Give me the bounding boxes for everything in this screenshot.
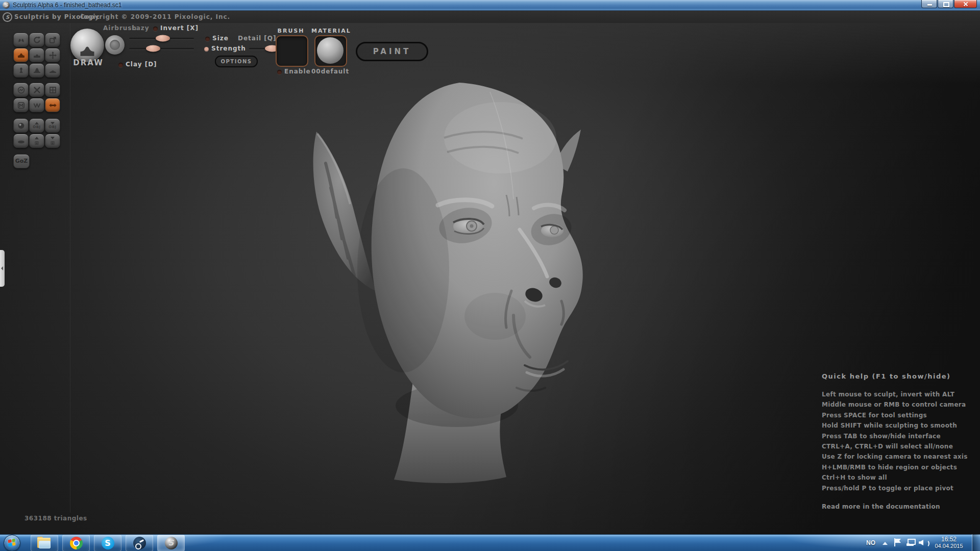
size-radio[interactable]	[205, 37, 210, 41]
tray-show-hidden-icons-arrow[interactable]	[883, 542, 888, 545]
network-icon[interactable]	[906, 539, 915, 546]
obj-label: OBJ	[48, 125, 56, 129]
tool-reduce-brush-button[interactable]	[13, 83, 29, 97]
toolbar-divider	[70, 23, 70, 513]
save-file-button[interactable]	[45, 134, 60, 148]
clay-radio[interactable]	[118, 63, 123, 67]
tool-scale-button[interactable]	[45, 33, 60, 47]
tool-reduce-selected-button[interactable]	[29, 83, 44, 97]
clay-toggle[interactable]: Clay [D]	[126, 61, 157, 68]
detail-label[interactable]: Detail [Q]	[238, 35, 277, 42]
tool-crease-button[interactable]	[13, 33, 29, 47]
strength-label[interactable]: Strength	[211, 45, 246, 52]
show-desktop-button[interactable]	[972, 534, 980, 551]
steam-icon	[133, 537, 146, 549]
app-header: S Sculptris by Pixologic Copyright © 200…	[0, 11, 980, 23]
volume-icon[interactable]	[919, 539, 927, 546]
active-tool-preview-button[interactable]	[70, 29, 104, 62]
invert-toggle[interactable]: Invert [X]	[160, 24, 199, 32]
material-name[interactable]: 00default	[311, 68, 349, 75]
taskbar-skype-button[interactable]: S	[94, 535, 121, 551]
quick-help-line: CTRL+A, CTRL+D will select all/none	[822, 443, 965, 453]
maximize-icon	[943, 2, 949, 7]
brush-enable-radio[interactable]	[277, 70, 282, 74]
strength-slider[interactable]	[129, 48, 194, 49]
size-label[interactable]: Size	[212, 35, 229, 42]
quick-help-line: Middle mouse or RMB to control camera	[822, 401, 965, 411]
floppy-disk-icon	[49, 140, 56, 145]
quick-help-title: Quick help (F1 to show/hide)	[822, 372, 951, 380]
brush-enable-label[interactable]: Enable	[284, 68, 311, 75]
arrow-down-icon	[51, 137, 55, 139]
new-sphere-button[interactable]	[13, 118, 29, 133]
paint-mode-button[interactable]: PAINT	[356, 42, 428, 61]
close-icon	[963, 2, 968, 7]
airbrush-pressure-ball[interactable]	[105, 35, 125, 55]
strength-slider-knob[interactable]	[146, 45, 160, 52]
brush-panel-title: BRUSH	[275, 28, 307, 34]
quick-help-line: Use Z for locking camera to nearest axis	[822, 453, 965, 463]
tool-symmetry-button[interactable]	[45, 98, 60, 112]
tray-language-indicator[interactable]: NO	[866, 539, 875, 546]
tool-flatten-button[interactable]	[29, 48, 44, 62]
material-sphere-icon	[317, 37, 344, 64]
lazy-toggle[interactable]: Lazy	[132, 24, 150, 32]
tray-date: 04.04.2015	[933, 543, 965, 549]
tool-subdivide-all-button[interactable]	[45, 83, 60, 97]
tray-time: 16:52	[933, 536, 965, 543]
skype-icon: S	[102, 537, 114, 549]
import-obj-button[interactable]: OBJ	[29, 118, 44, 133]
quick-help-line: Left mouse to sculpt, invert with ALT	[822, 391, 965, 401]
tool-inflate-button[interactable]	[29, 63, 44, 78]
arrow-up-icon	[35, 122, 39, 124]
taskbar-steam-button[interactable]	[126, 535, 153, 551]
options-button[interactable]: OPTIONS	[215, 56, 258, 67]
minimize-button[interactable]	[921, 0, 937, 8]
triangle-count: 363188 triangles	[24, 515, 87, 522]
tool-wireframe-button[interactable]	[29, 98, 44, 112]
tool-smooth-button[interactable]	[45, 63, 60, 78]
app-copyright: Copyright © 2009-2011 Pixologic, Inc.	[80, 13, 230, 20]
quick-help-list: Left mouse to sculpt, invert with ALT Mi…	[822, 391, 965, 495]
toolbar-strip-shading	[0, 23, 980, 84]
quick-help-line: Press SPACE for tool settings	[822, 412, 965, 422]
strength-radio[interactable]	[204, 47, 209, 52]
explorer-folder-icon	[37, 538, 52, 548]
quick-help-line: Press/hold P to toggle or place pivot	[822, 485, 965, 495]
taskbar-sculptris-button[interactable]: S	[157, 535, 185, 551]
tool-grab-button[interactable]	[45, 48, 60, 62]
goz-button[interactable]: GoZ	[13, 154, 30, 168]
active-tool-name: DRAW	[70, 58, 106, 67]
quick-help-footer: Read more in the documentation	[822, 503, 940, 510]
tool-pinch-button[interactable]	[13, 63, 29, 78]
export-obj-button[interactable]: OBJ	[45, 118, 60, 133]
invert-radio[interactable]	[153, 27, 158, 31]
windows-flag-icon	[8, 539, 15, 546]
maximize-button[interactable]	[938, 0, 953, 8]
taskbar-windows-explorer-button[interactable]	[31, 535, 58, 551]
sculptris-icon: S	[165, 537, 178, 549]
tray-clock[interactable]: 16:52 04.04.2015	[933, 536, 965, 549]
action-center-flag-icon[interactable]	[894, 538, 901, 546]
panel-collapse-tab[interactable]	[0, 250, 5, 287]
sculpture-bathead-model[interactable]	[276, 77, 623, 485]
tool-draw-button[interactable]	[13, 48, 29, 62]
open-file-button[interactable]	[29, 134, 44, 148]
brush-preview-box[interactable]	[276, 35, 308, 67]
tool-rotate-button[interactable]	[29, 33, 44, 47]
sculptris-app-window: S Sculptris Alpha 6 - finished_bathead.s…	[0, 0, 980, 551]
draw-mound-icon	[76, 42, 99, 60]
start-button[interactable]	[4, 535, 20, 551]
taskbar-chrome-button[interactable]	[62, 535, 90, 551]
new-plane-button[interactable]	[13, 134, 29, 148]
size-slider-knob[interactable]	[156, 35, 170, 42]
quick-help-line: Ctrl+H to show all	[822, 474, 965, 484]
material-preview-box[interactable]	[314, 35, 347, 67]
tool-mask-button[interactable]	[13, 98, 29, 112]
size-slider[interactable]	[129, 38, 194, 39]
chrome-icon	[70, 537, 83, 549]
close-button[interactable]	[954, 0, 977, 8]
window-titlebar[interactable]: S Sculptris Alpha 6 - finished_bathead.s…	[0, 0, 980, 11]
floppy-disk-icon	[33, 140, 40, 145]
sculptris-logo-icon: S	[3, 12, 12, 22]
